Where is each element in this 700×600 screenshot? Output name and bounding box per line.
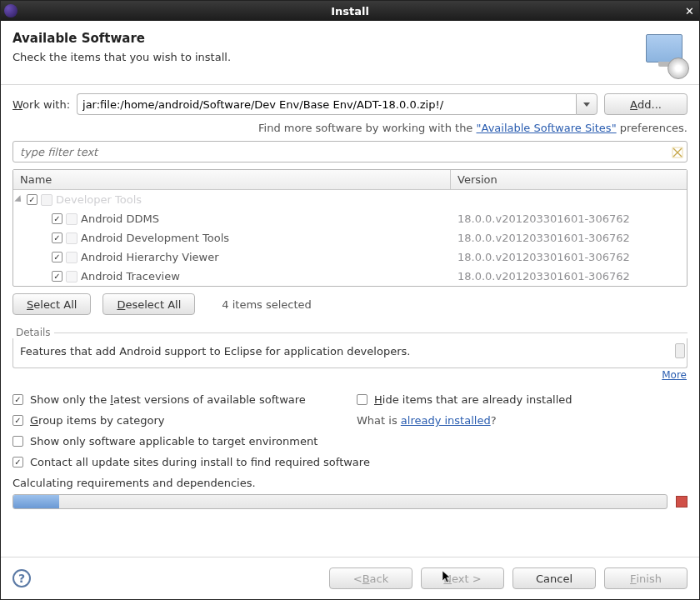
- feature-name: Android DDMS: [81, 212, 159, 225]
- add-button[interactable]: Add...: [604, 93, 688, 115]
- work-with-row: Work with: Add...: [12, 93, 688, 115]
- feature-icon: [66, 232, 78, 244]
- status-area: Calculating requirements and dependencie…: [1, 468, 699, 509]
- selection-controls: Select All Deselect All 4 items selected: [12, 293, 688, 315]
- work-with-input[interactable]: [77, 93, 576, 115]
- feature-row[interactable]: Android Development Tools 18.0.0.v201203…: [13, 228, 687, 248]
- select-all-button[interactable]: Select All: [12, 293, 91, 315]
- feature-name: Android Traceview: [81, 270, 180, 282]
- details-legend: Details: [12, 327, 688, 338]
- options-grid: Show only the latest versions of availab…: [12, 393, 688, 468]
- dialog-footer: ? < Back Next > Cancel Finish: [1, 557, 699, 599]
- checkbox[interactable]: [12, 394, 23, 405]
- page-subtitle: Check the items that you wish to install…: [12, 51, 641, 63]
- available-sites-link[interactable]: "Available Software Sites": [477, 122, 617, 134]
- cancel-button[interactable]: Cancel: [512, 568, 596, 589]
- titlebar[interactable]: Install ✕: [1, 1, 699, 21]
- feature-version: 18.0.0.v201203301601-306762: [451, 251, 687, 263]
- progress-bar: [12, 494, 668, 509]
- feature-icon: [66, 213, 78, 225]
- feature-icon: [66, 271, 78, 282]
- category-label: Developer Tools: [56, 193, 142, 206]
- stop-button[interactable]: [676, 496, 688, 508]
- details-text-box: Features that add Android support to Ecl…: [12, 338, 688, 368]
- column-name[interactable]: Name: [13, 170, 451, 189]
- deselect-all-button[interactable]: Deselect All: [102, 293, 195, 315]
- filter-field[interactable]: [12, 141, 688, 162]
- category-row[interactable]: Developer Tools: [13, 190, 687, 209]
- work-with-label: Work with:: [12, 98, 70, 111]
- window-title: Install: [331, 5, 369, 18]
- feature-icon: [66, 252, 78, 263]
- feature-checkbox[interactable]: [52, 252, 62, 262]
- install-window: Install ✕ Available Software Check the i…: [0, 0, 700, 600]
- work-with-combo[interactable]: [77, 93, 598, 115]
- option-latest-versions[interactable]: Show only the latest versions of availab…: [12, 393, 350, 406]
- feature-version: 18.0.0.v201203301601-306762: [451, 232, 687, 244]
- software-table: Name Version Developer Tools: [12, 169, 688, 287]
- category-checkbox[interactable]: [27, 194, 38, 205]
- feature-checkbox[interactable]: [52, 232, 62, 243]
- already-installed-help: What is already installed?: [350, 414, 688, 427]
- column-version[interactable]: Version: [451, 170, 687, 189]
- close-icon[interactable]: ✕: [685, 5, 694, 18]
- table-header: Name Version: [13, 170, 687, 190]
- next-button[interactable]: Next >: [421, 568, 504, 589]
- option-hide-installed[interactable]: Hide items that are already installed: [350, 393, 688, 406]
- feature-checkbox[interactable]: [52, 271, 62, 282]
- finish-button[interactable]: Finish: [604, 568, 688, 589]
- already-installed-link[interactable]: already installed: [401, 414, 491, 427]
- category-icon: [41, 194, 52, 206]
- work-with-dropdown[interactable]: [576, 93, 598, 115]
- filter-input[interactable]: [17, 144, 672, 160]
- checkbox[interactable]: [12, 415, 23, 426]
- details-text: Features that add Android support to Ecl…: [20, 345, 410, 358]
- feature-name: Android Hierarchy Viewer: [81, 251, 219, 263]
- help-icon[interactable]: ?: [12, 569, 31, 588]
- option-group-by-category[interactable]: Group items by category: [12, 414, 350, 427]
- dialog-header: Available Software Check the items that …: [1, 21, 699, 84]
- feature-checkbox[interactable]: [52, 213, 62, 224]
- clear-filter-icon[interactable]: [672, 146, 683, 158]
- back-button[interactable]: < Back: [329, 568, 412, 589]
- feature-name: Android Development Tools: [81, 232, 229, 244]
- feature-version: 18.0.0.v201203301601-306762: [451, 270, 687, 282]
- details-more-link[interactable]: More: [662, 369, 687, 381]
- details-group: Details Features that add Android suppor…: [12, 327, 688, 368]
- install-banner-icon: [641, 31, 688, 78]
- feature-row[interactable]: Android Traceview 18.0.0.v201203301601-3…: [13, 267, 687, 286]
- chevron-down-icon: [583, 102, 590, 107]
- checkbox[interactable]: [12, 457, 23, 468]
- checkbox[interactable]: [12, 436, 23, 447]
- expand-icon[interactable]: [14, 195, 23, 204]
- find-more-row: Find more software by working with the "…: [12, 122, 688, 134]
- status-text: Calculating requirements and dependencie…: [12, 477, 688, 489]
- checkbox[interactable]: [357, 394, 368, 405]
- eclipse-icon: [4, 4, 18, 18]
- feature-row[interactable]: Android DDMS 18.0.0.v201203301601-306762: [13, 209, 687, 228]
- selection-count: 4 items selected: [222, 298, 312, 311]
- feature-version: 18.0.0.v201203301601-306762: [451, 212, 687, 225]
- option-contact-update-sites[interactable]: Contact all update sites during install …: [12, 456, 688, 468]
- details-scrollbar[interactable]: [675, 343, 685, 358]
- page-title: Available Software: [12, 31, 641, 46]
- option-applicable-environment[interactable]: Show only software applicable to target …: [12, 435, 688, 448]
- feature-row[interactable]: Android Hierarchy Viewer 18.0.0.v2012033…: [13, 248, 687, 267]
